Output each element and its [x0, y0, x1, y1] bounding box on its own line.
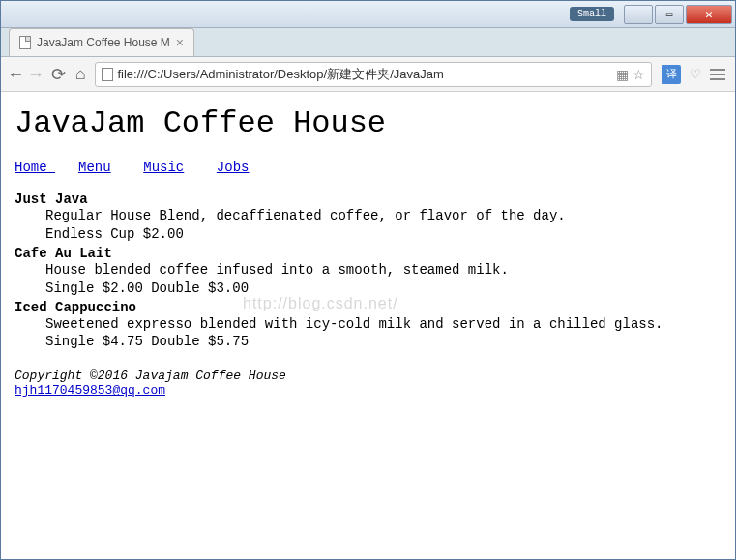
minimize-button[interactable]: —: [624, 5, 653, 24]
back-icon[interactable]: ←: [11, 65, 21, 84]
address-bar[interactable]: file:///C:/Users/Administrator/Desktop/新…: [95, 62, 652, 87]
menu-icon[interactable]: [710, 69, 725, 80]
menu-item-price: Endless Cup $2.00: [45, 225, 721, 244]
menu-item-desc: Regular House Blend, decaffienated coffe…: [45, 207, 721, 225]
reload-icon[interactable]: ⟳: [51, 64, 66, 85]
close-button[interactable]: ✕: [686, 5, 732, 24]
address-text: file:///C:/Users/Administrator/Desktop/新…: [117, 66, 612, 83]
file-icon: [102, 68, 113, 81]
email-link[interactable]: hjh1170459853@qq.com: [15, 383, 165, 398]
tab-close-icon[interactable]: ×: [176, 35, 184, 50]
menu-item-desc: Sweetened expresso blended with icy-cold…: [45, 315, 721, 334]
menu-list: Just Java Regular House Blend, decaffien…: [15, 192, 721, 351]
bookmark-icon[interactable]: ☆: [633, 67, 645, 82]
menu-item-price: Single $4.75 Double $5.75: [45, 333, 721, 351]
page-title: JavaJam Coffee House: [15, 105, 721, 141]
browser-toolbar: ← → ⟳ ⌂ file:///C:/Users/Administrator/D…: [1, 57, 735, 92]
window-titlebar: Small — ▭ ✕: [1, 1, 735, 28]
nav-home[interactable]: Home: [15, 160, 55, 175]
copyright-text: Copyright ©2016 Javajam Coffee House: [15, 368, 721, 383]
nav-menu[interactable]: Menu: [78, 160, 111, 175]
page-footer: Copyright ©2016 Javajam Coffee House hjh…: [15, 368, 721, 398]
menu-item-name: Cafe Au Lait: [15, 246, 721, 261]
tab-strip: JavaJam Coffee House M ×: [1, 28, 735, 57]
translator-badge[interactable]: 译: [662, 65, 681, 84]
shield-icon[interactable]: ♡: [691, 65, 700, 84]
page-nav: Home Menu Music Jobs: [15, 159, 721, 176]
tab-title: JavaJam Coffee House M: [37, 36, 170, 49]
menu-item-price: Single $2.00 Double $3.00: [45, 280, 721, 298]
browser-tab[interactable]: JavaJam Coffee House M ×: [9, 28, 194, 56]
page-icon: [19, 36, 31, 49]
menu-item-desc: House blended coffee infused into a smoo…: [45, 261, 721, 280]
home-icon[interactable]: ⌂: [75, 65, 86, 84]
translate-icon[interactable]: ▦: [616, 67, 629, 82]
menu-item-name: Just Java: [15, 192, 721, 207]
browser-window: Small — ▭ ✕ JavaJam Coffee House M × ← →…: [0, 0, 736, 560]
nav-jobs[interactable]: Jobs: [217, 160, 250, 175]
menu-item-name: Iced Cappuccino: [15, 300, 721, 315]
nav-music[interactable]: Music: [143, 160, 184, 175]
page-content: JavaJam Coffee House Home Menu Music Job…: [1, 92, 735, 559]
maximize-button[interactable]: ▭: [655, 5, 684, 24]
small-button[interactable]: Small: [570, 7, 614, 21]
forward-icon[interactable]: →: [31, 65, 42, 84]
